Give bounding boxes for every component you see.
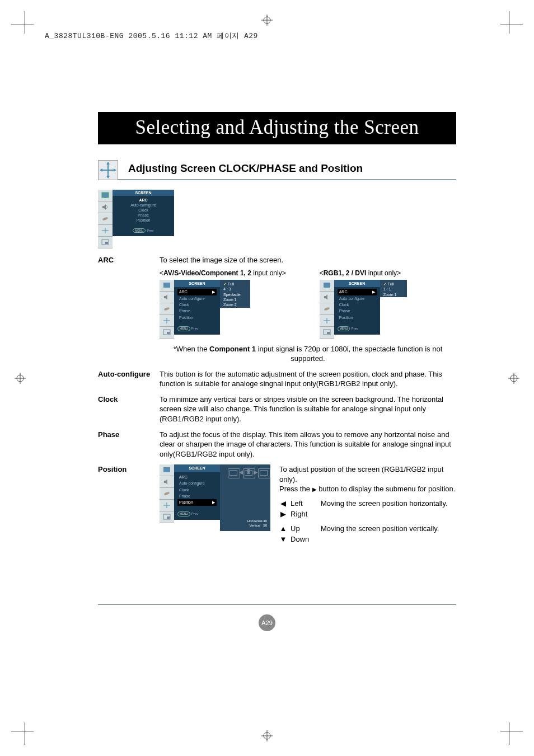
- clock-desc: To minimize any vertical bars or stripes…: [160, 395, 456, 424]
- svg-rect-36: [327, 332, 330, 334]
- arc-caption-right: <RGB1, 2 / DVI input only>: [320, 269, 407, 278]
- arc-caption-left: <AV/S-Video/Component 1, 2 input only>: [160, 269, 286, 278]
- section-icon: [98, 160, 118, 180]
- svg-marker-16: [100, 168, 102, 172]
- osd-screenshot-position: SCREEN ARC Auto-configure Clock Phase Po…: [160, 464, 270, 531]
- osd-screenshot-left: SCREEN ARC▶ Auto-configure Clock Phase P…: [160, 280, 286, 339]
- arc-opt: Full: [388, 282, 394, 286]
- svg-marker-15: [106, 176, 110, 179]
- down-triangle-icon: ▼: [279, 534, 287, 544]
- section-heading: Adjusting Screen CLOCK/PHASE and Positio…: [128, 162, 456, 175]
- svg-rect-37: [163, 467, 170, 472]
- osd-screenshot-main: SCREEN ARC Auto-configure Clock Phase Po…: [98, 190, 456, 248]
- arc-opt: 1 : 1: [383, 287, 405, 292]
- crop-mark: [11, 731, 34, 731]
- svg-point-20: [102, 217, 109, 220]
- osd-item: Position: [116, 218, 171, 223]
- registration-mark-icon: [261, 730, 273, 741]
- phase-desc: To adjust the focus of the display. This…: [160, 430, 456, 459]
- svg-marker-17: [114, 168, 116, 172]
- section-phase: Phase To adjust the focus of the display…: [98, 430, 456, 459]
- registration-mark-icon: [508, 373, 519, 384]
- svg-rect-19: [104, 198, 106, 198]
- tab-pip-icon: [98, 237, 113, 248]
- svg-rect-42: [167, 516, 170, 519]
- left-triangle-icon: ◀: [279, 499, 287, 509]
- svg-rect-18: [102, 192, 109, 198]
- arc-opt: Zoom 1: [383, 292, 405, 297]
- arc-opt: Spectacle: [223, 292, 248, 297]
- page-title-banner: Selecting and Adjusting the Screen: [98, 112, 456, 144]
- document-page: A_3828TUL310B-ENG 2005.5.16 11:12 AM 페이지…: [0, 0, 534, 756]
- row-label: Position: [98, 464, 160, 544]
- tab-sound-icon: [98, 201, 113, 213]
- svg-point-26: [164, 307, 170, 311]
- arc-opt: Zoom 2: [223, 302, 248, 307]
- osd-item: Auto-configure: [116, 203, 171, 208]
- tab-screen-icon: [98, 225, 113, 237]
- crop-mark: [500, 731, 523, 731]
- arc-opt: Full: [228, 282, 234, 286]
- osd-item: Phase: [116, 213, 171, 218]
- arc-opt: 4 : 3: [223, 287, 248, 292]
- right-triangle-icon: ▶: [279, 509, 287, 519]
- section-auto-configure: Auto-configure This button is for the au…: [98, 369, 456, 389]
- right-triangle-icon: ▶: [312, 486, 317, 494]
- auto-desc: This button is for the automatic adjustm…: [160, 369, 456, 389]
- print-header-line: A_3828TUL310B-ENG 2005.5.16 11:12 AM 페이지…: [45, 31, 258, 41]
- page-content: Selecting and Adjusting the Screen Adjus…: [98, 112, 456, 550]
- osd-item: ARC: [116, 198, 171, 203]
- crop-mark: [11, 25, 34, 25]
- footer-divider: [98, 604, 456, 605]
- menu-pill: MENU: [133, 228, 146, 233]
- page-number-badge: A29: [259, 614, 275, 631]
- position-desc-1: To adjust position of the screen (RGB1/R…: [279, 464, 456, 484]
- svg-point-32: [324, 307, 330, 311]
- position-diagram: ▲ ▼ ◀ ▶: [228, 468, 270, 519]
- arc-note: *When the Component 1 input signal is 72…: [160, 344, 456, 364]
- crop-mark: [500, 25, 523, 25]
- direction-table: ◀LeftMoving the screen position horizont…: [279, 499, 456, 544]
- tab-picture-icon: [98, 190, 113, 201]
- section-clock: Clock To minimize any vertical bars or s…: [98, 395, 456, 424]
- arc-desc: To select the image size of the screen.: [160, 255, 456, 265]
- tab-special-icon: [98, 213, 113, 225]
- crop-mark: [509, 11, 509, 34]
- svg-rect-31: [324, 283, 330, 288]
- section-arc: ARC To select the image size of the scre…: [98, 255, 456, 364]
- svg-rect-24: [105, 242, 108, 244]
- row-label: Auto-configure: [98, 369, 160, 389]
- svg-marker-14: [106, 162, 110, 165]
- crop-mark: [25, 722, 25, 745]
- arc-opt: Zoom 1: [223, 297, 248, 302]
- divider: [118, 179, 456, 180]
- row-label: Clock: [98, 395, 160, 424]
- section-position: Position SCREEN ARC Auto-configure: [98, 464, 456, 544]
- osd-screenshot-right: SCREEN ARC▶ Auto-configure Clock Phase P…: [320, 280, 407, 339]
- crop-mark: [25, 11, 25, 34]
- row-label: ARC: [98, 255, 160, 364]
- svg-rect-25: [163, 283, 170, 288]
- osd-item: Clock: [116, 208, 171, 213]
- svg-rect-30: [167, 332, 170, 334]
- osd-title: SCREEN: [113, 190, 174, 196]
- up-triangle-icon: ▲: [279, 524, 287, 534]
- crop-mark: [509, 722, 509, 745]
- svg-point-38: [164, 492, 170, 496]
- position-desc-2: Press the ▶ button to display the submen…: [279, 484, 456, 494]
- registration-mark-icon: [261, 15, 273, 26]
- registration-mark-icon: [15, 373, 26, 384]
- row-label: Phase: [98, 430, 160, 459]
- osd-prev: Prev: [147, 229, 153, 232]
